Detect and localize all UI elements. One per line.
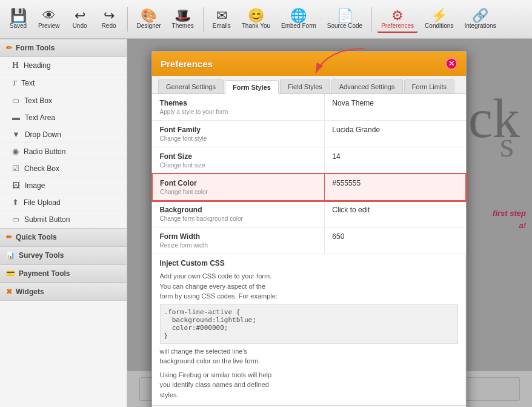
checkbox-icon: ☑	[12, 164, 19, 173]
themes-icon: 🎩	[175, 9, 191, 22]
tab-advanced-settings[interactable]: Advanced Settings	[331, 79, 403, 93]
sidebar-item-fileupload[interactable]: ⬆ File Upload	[0, 194, 127, 211]
designer-button[interactable]: 🎨 Designer	[133, 6, 165, 32]
fontfamily-value: Lucida Grande	[332, 126, 380, 134]
tab-general-settings[interactable]: General Settings	[158, 79, 224, 93]
sidebar-item-text[interactable]: T Text	[0, 75, 127, 92]
sidebar-item-heading[interactable]: H Heading	[0, 57, 127, 75]
survey-tools-icon: 📊	[6, 251, 15, 260]
preview-button[interactable]: 👁 Preview	[34, 6, 64, 32]
emails-button[interactable]: ✉ Emails	[208, 6, 235, 32]
submitbutton-icon: ▭	[12, 215, 19, 224]
settings-row-fontcolor: Font Color Change font color #555555	[153, 174, 466, 201]
css-example: .form-line-active { background:lightblue…	[160, 304, 459, 344]
fileupload-icon: ⬆	[12, 198, 19, 207]
widgets-label: Widgets	[16, 288, 44, 296]
themes-value: Nova Theme	[332, 99, 373, 107]
fontcolor-label: Font Color	[160, 179, 317, 187]
toolbar-separator-2	[203, 7, 204, 32]
settings-cell-themes-value[interactable]: Nova Theme	[325, 94, 466, 121]
sidebar-item-textbox[interactable]: ▭ Text Box	[0, 92, 127, 109]
redo-button[interactable]: ↪ Redo	[96, 6, 122, 32]
settings-cell-fontcolor-label: Font Color Change font color	[153, 174, 325, 201]
saved-button[interactable]: 💾 Saved	[5, 6, 32, 32]
sidebar-item-checkbox[interactable]: ☑ Check Box	[0, 160, 127, 177]
themes-label: Themes	[172, 22, 194, 29]
settings-row-background: Background Change form background color …	[153, 201, 466, 227]
widgets-header[interactable]: ✖ Widgets	[0, 283, 127, 301]
redo-icon: ↪	[104, 9, 115, 22]
sidebar-item-radiobutton-label: Radio Button	[24, 147, 65, 156]
conditions-label: Conditions	[425, 22, 453, 29]
background-desc: Change form background color	[160, 215, 318, 222]
settings-cell-formwidth-label: Form Width Resize form width	[153, 227, 325, 254]
embedform-label: Embed Form	[281, 22, 316, 29]
tab-field-styles[interactable]: Field Styles	[280, 79, 330, 93]
sourcecode-button[interactable]: 📄 Source Code	[323, 6, 367, 32]
save-icon: 💾	[10, 9, 27, 22]
payment-tools-header[interactable]: 💳 Payment Tools	[0, 264, 127, 283]
settings-cell-fontfamily-value[interactable]: Lucida Grande	[325, 121, 466, 147]
fontcolor-value: #555555	[332, 179, 361, 187]
redo-label: Redo	[102, 22, 116, 29]
themes-desc: Apply a style to your form	[160, 109, 318, 115]
settings-cell-background-value[interactable]: Click to edit	[325, 201, 466, 227]
settings-cell-customcss: Inject Custom CSS Add your own CSS code …	[153, 254, 466, 405]
quick-tools-icon: ✏	[6, 233, 12, 241]
integrations-icon: 🔗	[472, 9, 488, 22]
tab-form-limits[interactable]: Form Limits	[404, 79, 454, 93]
settings-row-fontsize: Font Size Change font size 14	[153, 147, 466, 174]
themes-button[interactable]: 🎩 Themes	[168, 6, 198, 32]
embedform-button[interactable]: 🌐 Embed Form	[277, 6, 321, 32]
quick-tools-header[interactable]: ✏ Quick Tools	[0, 228, 127, 246]
widgets-icon: ✖	[6, 288, 12, 296]
background-value: Click to edit	[332, 206, 370, 214]
undo-icon: ↩	[75, 9, 85, 22]
fontfamily-desc: Change font style	[160, 135, 318, 142]
thankyou-icon: 😊	[248, 9, 264, 22]
fontsize-label: Font Size	[160, 152, 318, 161]
tab-form-styles[interactable]: Form Styles	[225, 80, 279, 94]
conditions-button[interactable]: ⚡ Conditions	[421, 6, 457, 32]
sidebar-item-submitbutton-label: Submit Button	[24, 215, 70, 224]
quick-tools-label: Quick Tools	[16, 233, 57, 241]
thankyou-button[interactable]: 😊 Thank You	[238, 6, 274, 32]
sidebar-item-submitbutton[interactable]: ▭ Submit Button	[0, 211, 127, 228]
preferences-button[interactable]: ⚙ Preferences	[377, 6, 418, 33]
sidebar-item-dropdown-label: Drop Down	[25, 130, 61, 139]
settings-cell-fontfamily-label: Font Family Change font style	[153, 121, 325, 147]
survey-tools-header[interactable]: 📊 Survey Tools	[0, 246, 127, 264]
background-label: Background	[160, 206, 318, 214]
modal-close-button[interactable]: ✕	[445, 58, 457, 70]
settings-cell-fontcolor-value[interactable]: #555555	[325, 174, 466, 201]
fontcolor-desc: Change font color	[160, 189, 317, 195]
sidebar-item-radiobutton[interactable]: ◉ Radio Button	[0, 143, 127, 160]
sidebar-item-text-label: Text	[21, 79, 35, 87]
form-tools-header[interactable]: ✏ Form Tools	[0, 39, 127, 57]
css-instructions: Add your own CSS code to your form. You …	[160, 271, 459, 301]
main-layout: ✏ Form Tools H Heading T Text ▭ Text Box…	[0, 39, 532, 407]
settings-cell-formwidth-value[interactable]: 650	[325, 227, 466, 254]
integrations-button[interactable]: 🔗 Integrations	[460, 6, 500, 32]
modal-header: Preferences ✕	[152, 52, 466, 76]
designer-icon: 🎨	[141, 9, 157, 22]
sidebar-item-image[interactable]: 🖼 Image	[0, 177, 127, 194]
sourcecode-label: Source Code	[327, 22, 362, 29]
sourcecode-icon: 📄	[337, 9, 353, 22]
sidebar-item-dropdown[interactable]: ▼ Drop Down	[0, 126, 127, 143]
settings-cell-background-label: Background Change form background color	[153, 201, 325, 227]
sidebar-item-textarea-label: Text Area	[25, 113, 55, 122]
modal-body: Themes Apply a style to your form Nova T…	[152, 94, 466, 405]
emails-icon: ✉	[216, 9, 227, 22]
formwidth-desc: Resize form width	[160, 242, 318, 249]
undo-button[interactable]: ↩ Undo	[67, 6, 93, 32]
fontsize-desc: Change font size	[160, 162, 318, 169]
survey-tools-label: Survey Tools	[19, 251, 64, 260]
dropdown-icon: ▼	[12, 130, 20, 139]
preview-icon: 👁	[42, 9, 56, 22]
sidebar-item-textarea[interactable]: ▬ Text Area	[0, 109, 127, 126]
modal-title: Preferences	[161, 59, 213, 69]
settings-cell-fontsize-value[interactable]: 14	[325, 147, 466, 174]
textbox-icon: ▭	[12, 96, 19, 105]
formwidth-value: 650	[332, 232, 344, 241]
